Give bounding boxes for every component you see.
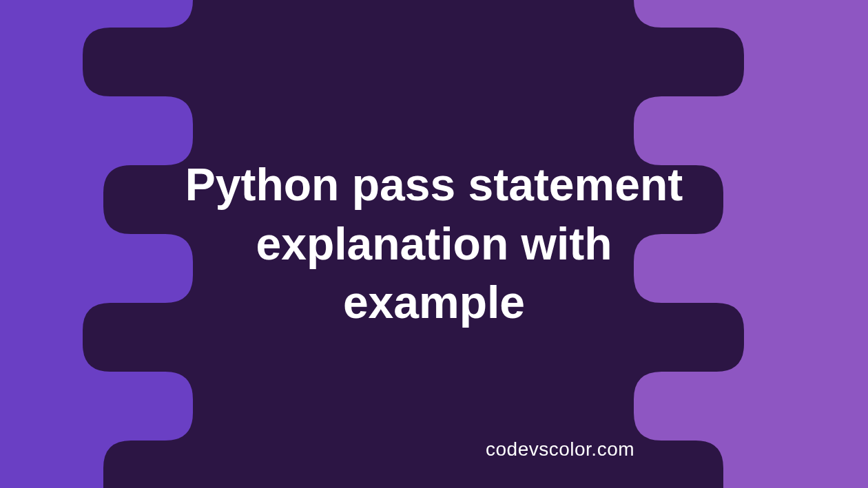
content-area: Python pass statement explanation with e… — [0, 0, 868, 488]
main-title: Python pass statement explanation with e… — [176, 156, 692, 332]
